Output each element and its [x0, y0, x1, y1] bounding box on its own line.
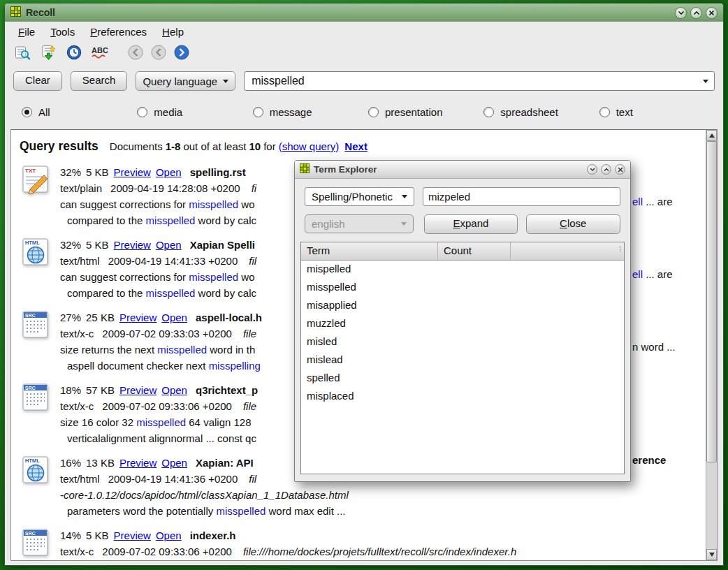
language-select[interactable]: english [305, 214, 414, 233]
relevance-percent: 32% [60, 166, 81, 178]
next-page-link[interactable]: Next [344, 140, 367, 152]
result-snippet: can suggest corrections for misspelled w… [60, 269, 260, 285]
dialog-shade-button[interactable] [587, 164, 597, 175]
file-url: file [243, 400, 256, 412]
snippet-segment: misspelled [189, 271, 238, 283]
query-input[interactable] [250, 74, 703, 88]
open-link[interactable]: Open [161, 384, 187, 396]
term-table-header: Term Count ⁞ [301, 242, 624, 261]
window-close-button[interactable] [706, 7, 718, 19]
file-size: 25 KB [86, 312, 115, 323]
dialog-close-button[interactable] [615, 164, 625, 175]
term-explorer-titlebar[interactable]: Term Explorer [295, 161, 630, 179]
term-row[interactable]: misplaced [301, 388, 624, 406]
filter-text[interactable]: text [599, 106, 715, 118]
preview-link[interactable]: Preview [114, 239, 151, 251]
file-date: 2009-04-19 14:28:08 +0200 [110, 182, 240, 194]
filter-label: presentation [385, 106, 443, 118]
relevance-percent: 16% [60, 457, 81, 469]
term-row[interactable]: mislead [301, 351, 624, 370]
scrollbar-thumb[interactable] [706, 141, 717, 462]
term-row[interactable]: mispelled [301, 261, 624, 279]
start-query-button[interactable] [38, 44, 59, 64]
radio-icon [22, 107, 32, 117]
svg-text:HTML: HTML [25, 458, 40, 464]
query-history-dropdown-icon[interactable] [703, 80, 708, 83]
snippet-segment: size returns the next [60, 344, 157, 356]
page-navigation [126, 45, 191, 63]
result-meta: text/html2009-04-19 14:41:33 +0200fil [60, 253, 260, 269]
menu-preferences[interactable]: Preferences [82, 23, 154, 41]
result-text: 32%5 KBPreviewOpenXapian Spellitext/html… [60, 237, 260, 301]
next-page-button[interactable] [173, 45, 191, 63]
term-row[interactable]: misled [301, 333, 624, 351]
language-value: english [312, 218, 345, 230]
src-file-icon: SRC [20, 309, 60, 374]
window-maximize-button[interactable] [690, 7, 702, 19]
radio-icon [599, 107, 610, 117]
result-snippet: parameters word the potentially misspell… [60, 503, 349, 519]
query-input-combo[interactable] [244, 71, 715, 91]
open-link[interactable]: Open [156, 529, 182, 541]
count-column-header[interactable]: Count [438, 242, 511, 260]
snippet-segment: can suggest corrections for [60, 271, 189, 283]
result-title: aspell-local.h [196, 312, 262, 323]
search-button[interactable]: Search [71, 71, 128, 91]
term-row[interactable]: muzzled [301, 315, 624, 333]
radio-icon [368, 107, 379, 117]
scroll-down-button[interactable] [706, 549, 717, 560]
results-scrollbar[interactable] [706, 130, 717, 560]
term-explorer-row1: Spelling/Phonetic [305, 187, 620, 206]
result-title: spelling.rst [190, 166, 246, 178]
menu-file[interactable]: File [10, 23, 43, 41]
window-shade-button[interactable] [675, 7, 687, 19]
filter-message[interactable]: message [253, 106, 368, 118]
preview-link[interactable]: Preview [114, 529, 151, 541]
file-url: fi [252, 182, 257, 194]
file-size: 13 KB [86, 457, 115, 469]
previous-page-button[interactable] [150, 45, 168, 63]
window-title: Recoll [26, 7, 55, 18]
dialog-maximize-button[interactable] [601, 164, 611, 175]
preview-link[interactable]: Preview [114, 166, 151, 178]
open-link[interactable]: Open [161, 312, 187, 323]
menu-help[interactable]: Help [154, 23, 191, 41]
filter-all[interactable]: All [22, 106, 137, 118]
result-title: q3richtext_p [196, 384, 258, 396]
term-row[interactable]: misapplied [301, 297, 624, 315]
expand-button[interactable]: Expand [424, 214, 517, 234]
open-link[interactable]: Open [156, 239, 182, 251]
term-row[interactable]: misspelled [301, 279, 624, 297]
term-explorer-app-icon [300, 163, 310, 176]
snippet-segment: verticalalignment alignnormal ... const … [67, 432, 256, 444]
term-row[interactable]: spelled [301, 370, 624, 388]
preview-link[interactable]: Preview [119, 457, 156, 469]
history-button[interactable] [64, 44, 85, 64]
title-bar[interactable]: Recoll [5, 3, 723, 22]
snippet-segment: compared to the [67, 287, 146, 299]
term-explorer-button[interactable]: ABC [89, 44, 110, 64]
first-page-button[interactable] [126, 45, 145, 63]
filter-media[interactable]: media [137, 106, 252, 118]
preview-link[interactable]: Preview [119, 312, 156, 323]
menu-tools[interactable]: Tools [43, 23, 82, 41]
snippet-segment: wo [238, 198, 254, 210]
filter-presentation[interactable]: presentation [368, 106, 483, 118]
filter-spreadsheet[interactable]: spreadsheet [483, 106, 599, 118]
close-button[interactable]: Close [526, 214, 620, 234]
clear-button[interactable]: Clear [13, 71, 62, 91]
term-input[interactable] [423, 187, 620, 206]
open-link[interactable]: Open [156, 166, 182, 178]
term-column-header[interactable]: Term [301, 242, 438, 260]
clear-search-button[interactable] [12, 44, 33, 64]
snippet-segment: misspelled [136, 416, 186, 428]
preview-link[interactable]: Preview [119, 384, 156, 396]
relevance-percent: 32% [60, 239, 81, 251]
column-adjust-icon[interactable]: ⁞ [616, 242, 624, 260]
term-match-type-select[interactable]: Spelling/Phonetic [305, 187, 414, 206]
open-link[interactable]: Open [161, 457, 187, 469]
show-query-link[interactable]: (show query) [279, 140, 340, 152]
scroll-up-button[interactable] [706, 130, 717, 141]
query-language-select[interactable]: Query language [136, 71, 235, 91]
result-snippet: can suggest corrections for misspelled w… [60, 196, 256, 212]
